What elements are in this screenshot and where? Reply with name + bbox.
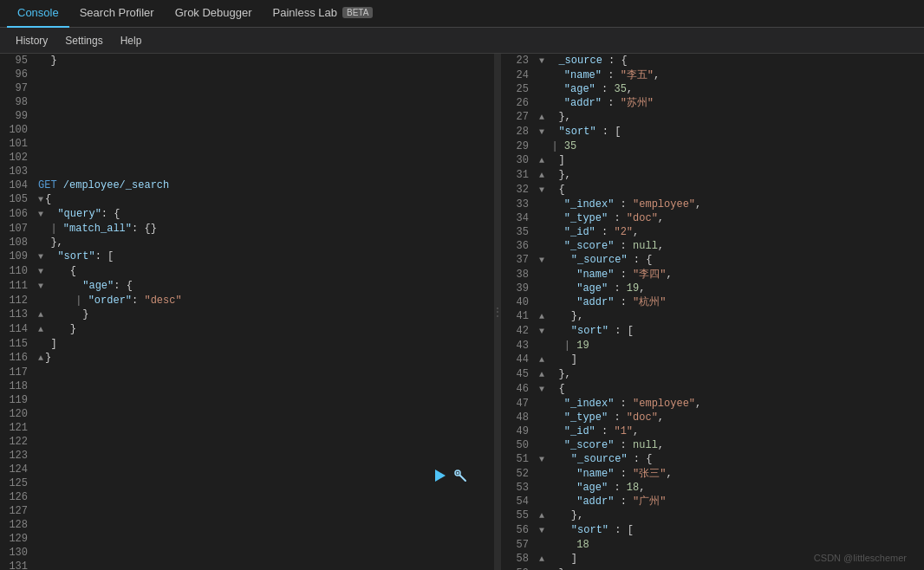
tab-grok-debugger[interactable]: Grok Debugger bbox=[165, 0, 263, 28]
table-row: 100 bbox=[0, 123, 494, 137]
svg-line-2 bbox=[460, 476, 466, 482]
output-row: 44 ▲ ] bbox=[501, 353, 924, 367]
output-row: 54 "addr" : "广州" bbox=[501, 495, 924, 508]
table-row: 129 bbox=[0, 532, 494, 546]
output-row: 56 ▼ "sort" : [ bbox=[501, 523, 924, 538]
nav-settings[interactable]: Settings bbox=[56, 31, 111, 50]
table-row: 104 GET /employee/_search bbox=[0, 178, 494, 192]
table-row: 130 bbox=[0, 546, 494, 560]
output-row: 48 "_type" : "doc", bbox=[501, 411, 924, 424]
editor-scroll[interactable]: 95 } 96 97 98 99 100 bbox=[0, 54, 494, 570]
output-row: 43 | 19 bbox=[501, 339, 924, 353]
table-row: 118 bbox=[0, 379, 494, 393]
table-row: 113 ▲ } bbox=[0, 308, 494, 322]
output-row: 35 "_id" : "2", bbox=[501, 225, 924, 239]
output-row: 29 | 35 bbox=[501, 139, 924, 153]
output-row: 34 "_type" : "doc", bbox=[501, 211, 924, 225]
table-row: 116 ▲} bbox=[0, 351, 494, 366]
output-row: 46 ▼ { bbox=[501, 382, 924, 397]
output-row: 36 "_score" : null, bbox=[501, 239, 924, 253]
table-row: 121 bbox=[0, 421, 494, 435]
output-row: 57 18 bbox=[501, 538, 924, 552]
tab-painless-lab[interactable]: Painless Lab BETA bbox=[263, 0, 384, 28]
table-row: 109 ▼ "sort": [ bbox=[0, 249, 494, 264]
output-row: 24 "name" : "李五", bbox=[501, 68, 924, 82]
output-row: 47 "_index" : "employee", bbox=[501, 397, 924, 411]
output-row: 32 ▼ { bbox=[501, 183, 924, 198]
output-row: 26 "addr" : "苏州" bbox=[501, 96, 924, 110]
output-row: 40 "addr" : "杭州" bbox=[501, 295, 924, 309]
table-row: 98 bbox=[0, 95, 494, 109]
table-row: 110 ▼ { bbox=[0, 264, 494, 279]
output-row: 42 ▼ "sort" : [ bbox=[501, 324, 924, 339]
table-row: 102 bbox=[0, 151, 494, 165]
output-row: 30 ▲ ] bbox=[501, 153, 924, 168]
table-row: 95 } bbox=[0, 54, 494, 68]
output-row: 53 "age" : 18, bbox=[501, 481, 924, 495]
table-row: 119 bbox=[0, 393, 494, 407]
editor-pane: 95 } 96 97 98 99 100 bbox=[0, 54, 494, 570]
tab-console[interactable]: Console bbox=[7, 0, 69, 28]
table-row: 126 bbox=[0, 490, 494, 504]
top-nav: Console Search Profiler Grok Debugger Pa… bbox=[0, 0, 924, 28]
table-row: 123 bbox=[0, 449, 494, 463]
table-row: 107 | "match_all": {} bbox=[0, 222, 494, 236]
action-buttons bbox=[432, 468, 468, 483]
table-row: 131 bbox=[0, 560, 494, 570]
output-row: 33 "_index" : "employee", bbox=[501, 198, 924, 211]
output-row: 38 "name" : "李四", bbox=[501, 268, 924, 282]
output-row: 52 "name" : "张三", bbox=[501, 467, 924, 481]
table-row: 117 bbox=[0, 366, 494, 379]
output-row: 45 ▲ }, bbox=[501, 367, 924, 382]
table-row: 115 ] bbox=[0, 337, 494, 351]
run-button[interactable] bbox=[432, 468, 447, 483]
table-row: 96 bbox=[0, 68, 494, 81]
table-row: 105 ▼{ bbox=[0, 192, 494, 207]
tab-search-profiler[interactable]: Search Profiler bbox=[69, 0, 165, 28]
watermark: CSDN @littleschemer bbox=[814, 553, 907, 563]
main-content: 95 } 96 97 98 99 100 bbox=[0, 54, 924, 570]
output-row: 50 "_score" : null, bbox=[501, 438, 924, 452]
output-row: 37 ▼ "_source" : { bbox=[501, 253, 924, 268]
table-row: 124 bbox=[0, 463, 494, 476]
wrench-button[interactable] bbox=[452, 468, 468, 483]
output-row: 41 ▲ }, bbox=[501, 309, 924, 324]
table-row: 122 bbox=[0, 435, 494, 449]
output-pane: 23 ▼ _source : { 24 "name" : "李五", 25 "a… bbox=[501, 54, 924, 570]
table-row: 112 | "order": "desc" bbox=[0, 294, 494, 308]
output-row: 23 ▼ _source : { bbox=[501, 54, 924, 68]
output-row: 51 ▼ "_source" : { bbox=[501, 452, 924, 467]
table-row: 97 bbox=[0, 81, 494, 95]
output-row: 55 ▲ }, bbox=[501, 508, 924, 523]
output-row: 49 "_id" : "1", bbox=[501, 424, 924, 438]
table-row: 128 bbox=[0, 518, 494, 532]
svg-point-3 bbox=[457, 472, 459, 475]
table-row: 127 bbox=[0, 504, 494, 518]
table-row: 101 bbox=[0, 137, 494, 151]
output-row: 31 ▲ }, bbox=[501, 168, 924, 183]
output-row: 27 ▲ }, bbox=[501, 110, 924, 125]
table-row: 125 bbox=[0, 476, 494, 490]
output-row: 39 "age" : 19, bbox=[501, 282, 924, 295]
beta-badge: BETA bbox=[342, 7, 373, 18]
table-row: 99 bbox=[0, 109, 494, 123]
output-row: 28 ▼ "sort" : [ bbox=[501, 125, 924, 139]
table-row: 111 ▼ "age": { bbox=[0, 279, 494, 294]
svg-marker-0 bbox=[435, 470, 446, 482]
table-row: 103 bbox=[0, 165, 494, 178]
output-scroll[interactable]: 23 ▼ _source : { 24 "name" : "李五", 25 "a… bbox=[501, 54, 924, 570]
table-row: 108 }, bbox=[0, 236, 494, 249]
nav-history[interactable]: History bbox=[7, 31, 56, 50]
pane-divider[interactable] bbox=[494, 54, 501, 570]
output-row: 25 "age" : 35, bbox=[501, 82, 924, 96]
output-row: 59 ▲ } bbox=[501, 567, 924, 570]
secondary-nav: History Settings Help bbox=[0, 28, 924, 54]
nav-help[interactable]: Help bbox=[112, 31, 151, 50]
table-row: 106 ▼ "query": { bbox=[0, 207, 494, 222]
table-row: 114 ▲ } bbox=[0, 322, 494, 337]
table-row: 120 bbox=[0, 407, 494, 421]
